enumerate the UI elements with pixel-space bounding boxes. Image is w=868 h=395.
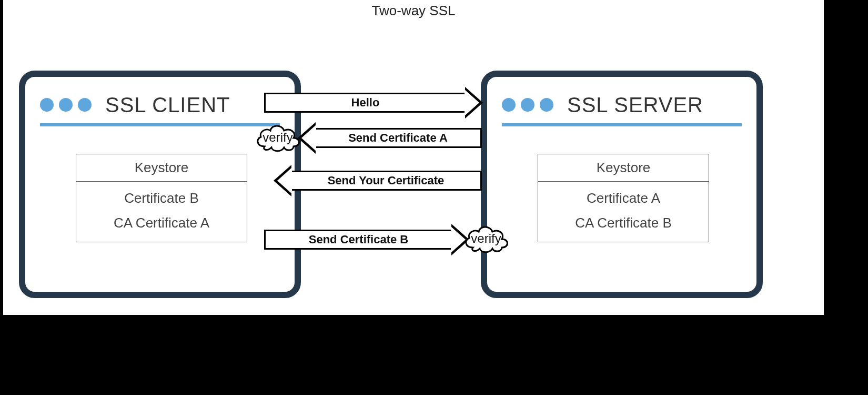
arrow-send-your-cert: Send Your Certificate	[291, 171, 482, 191]
diagram-background: Two-way SSL SSL CLIENT Keystore Certific…	[3, 0, 824, 315]
window-dots-icon	[502, 98, 553, 112]
server-keystore-body: Certificate A CA Certificate B	[538, 182, 709, 242]
dot-icon	[40, 98, 54, 112]
arrow-send-cert-b: Send Certificate B	[264, 230, 451, 250]
verify-cloud-server: verify	[460, 221, 512, 256]
dot-icon	[521, 98, 534, 112]
verify-label: verify	[471, 231, 501, 246]
dot-icon	[59, 98, 73, 112]
client-keystore-body: Certificate B CA Certificate A	[76, 182, 247, 242]
client-ca-cert-a: CA Certificate A	[76, 211, 247, 235]
arrow-send-your-cert-label: Send Your Certificate	[328, 174, 445, 187]
ssl-server-panel: SSL SERVER Keystore Certificate A CA Cer…	[481, 71, 763, 298]
verify-cloud-client: verify	[251, 120, 304, 155]
diagram-canvas: Two-way SSL SSL CLIENT Keystore Certific…	[0, 0, 868, 395]
ssl-client-panel: SSL CLIENT Keystore Certificate B CA Cer…	[19, 71, 301, 298]
arrow-hello: Hello	[264, 93, 465, 113]
dot-icon	[540, 98, 553, 112]
server-keystore: Keystore Certificate A CA Certificate B	[538, 154, 709, 242]
client-keystore: Keystore Certificate B CA Certificate A	[76, 154, 247, 242]
arrow-send-cert-b-label: Send Certificate B	[309, 233, 409, 246]
window-dots-icon	[40, 98, 92, 112]
client-cert-b: Certificate B	[76, 186, 247, 211]
server-title: SSL SERVER	[567, 93, 703, 117]
diagram-title: Two-way SSL	[3, 3, 824, 19]
server-ca-cert-b: CA Certificate B	[538, 211, 709, 235]
dot-icon	[502, 98, 516, 112]
arrow-hello-label: Hello	[351, 96, 380, 110]
verify-label: verify	[263, 130, 292, 145]
server-keystore-label: Keystore	[538, 154, 709, 182]
client-header: SSL CLIENT	[40, 86, 280, 126]
arrow-send-cert-a-label: Send Certificate A	[348, 131, 448, 145]
client-title: SSL CLIENT	[105, 93, 230, 117]
client-keystore-label: Keystore	[76, 154, 247, 182]
dot-icon	[78, 98, 92, 112]
server-header: SSL SERVER	[502, 86, 742, 126]
server-cert-a: Certificate A	[538, 186, 709, 211]
arrow-send-cert-a: Send Certificate A	[316, 128, 482, 148]
